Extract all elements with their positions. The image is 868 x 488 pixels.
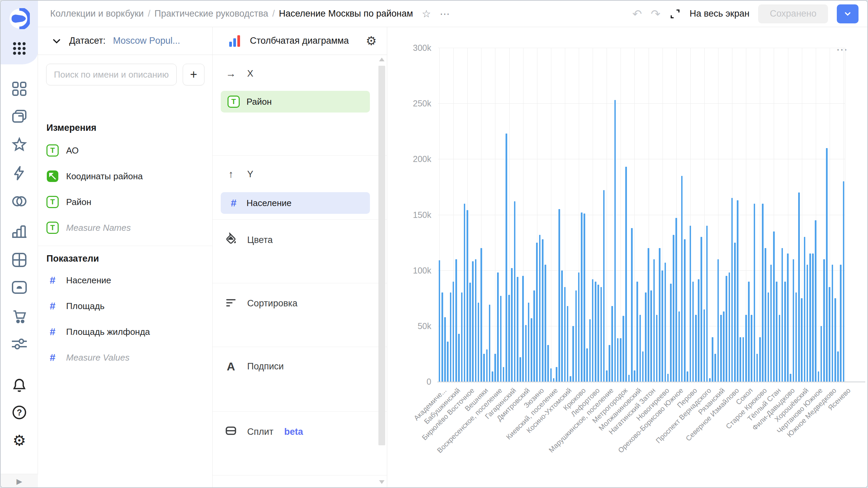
split-section[interactable]: Сплит beta xyxy=(213,412,387,475)
bar[interactable] xyxy=(667,374,669,382)
chart-settings-gear-icon[interactable]: ⚙ xyxy=(366,34,377,48)
fullscreen-icon[interactable] xyxy=(669,8,681,20)
bar[interactable] xyxy=(514,201,516,382)
bar[interactable] xyxy=(620,338,622,382)
bar[interactable] xyxy=(709,378,711,382)
breadcrumb-guides[interactable]: Практические руководства xyxy=(154,8,268,19)
bar[interactable] xyxy=(461,292,463,382)
settings-gear-icon[interactable]: ⚙ xyxy=(1,432,38,449)
bar[interactable] xyxy=(581,212,583,382)
bar[interactable] xyxy=(567,306,569,382)
bar[interactable] xyxy=(826,148,828,382)
bar[interactable] xyxy=(494,354,496,382)
bar[interactable] xyxy=(506,134,507,382)
bar[interactable] xyxy=(469,283,471,382)
nav-dashboards-icon[interactable] xyxy=(1,81,38,96)
bar[interactable] xyxy=(570,376,571,382)
nav-datasets-icon[interactable] xyxy=(1,195,38,208)
dataset-name-link[interactable]: Moscow Popul... xyxy=(113,36,180,46)
bar[interactable] xyxy=(592,279,594,382)
bar[interactable] xyxy=(717,259,719,382)
bar[interactable] xyxy=(458,334,460,382)
measure-item-housing-area[interactable]: # Площадь жилфонда xyxy=(46,326,150,338)
bar[interactable] xyxy=(748,282,750,382)
bar[interactable] xyxy=(517,277,518,382)
bar[interactable] xyxy=(609,345,610,382)
bar[interactable] xyxy=(787,253,789,382)
bar[interactable] xyxy=(467,210,468,382)
add-field-button[interactable]: + xyxy=(183,64,204,85)
undo-icon[interactable]: ↶ xyxy=(632,7,642,21)
bar[interactable] xyxy=(508,295,510,382)
nav-charts-icon[interactable] xyxy=(1,224,38,239)
bar[interactable] xyxy=(712,337,713,382)
bar[interactable] xyxy=(628,375,630,382)
bar[interactable] xyxy=(642,351,644,382)
bar[interactable] xyxy=(821,326,822,382)
bar[interactable] xyxy=(558,209,560,382)
sidebar-collapse-button[interactable]: ▶ xyxy=(1,474,38,488)
bar[interactable] xyxy=(536,243,538,382)
bar[interactable] xyxy=(665,263,666,382)
bar[interactable] xyxy=(539,235,541,382)
bar[interactable] xyxy=(631,228,633,382)
bar[interactable] xyxy=(553,378,555,382)
bar[interactable] xyxy=(731,198,733,382)
bar[interactable] xyxy=(634,370,635,382)
measure-item-area[interactable]: # Площадь xyxy=(46,300,104,312)
bar[interactable] xyxy=(614,100,616,382)
bar[interactable] xyxy=(606,370,608,382)
bar[interactable] xyxy=(675,218,677,382)
bar[interactable] xyxy=(584,214,585,382)
bar[interactable] xyxy=(834,298,836,382)
bar[interactable] xyxy=(595,282,596,382)
bar[interactable] xyxy=(809,253,811,382)
bar[interactable] xyxy=(480,248,482,382)
bar[interactable] xyxy=(545,265,546,382)
bar[interactable] xyxy=(623,316,624,382)
bar[interactable] xyxy=(807,265,808,382)
bar[interactable] xyxy=(489,305,491,382)
bar[interactable] xyxy=(790,374,791,382)
bar[interactable] xyxy=(768,292,769,382)
bar[interactable] xyxy=(511,268,513,382)
bar[interactable] xyxy=(455,259,457,382)
bar[interactable] xyxy=(795,292,797,382)
bar[interactable] xyxy=(815,220,816,382)
filters-section[interactable]: Фильтры xyxy=(213,475,387,488)
bar[interactable] xyxy=(678,311,680,382)
bar[interactable] xyxy=(575,290,577,382)
bar[interactable] xyxy=(522,276,524,382)
bar[interactable] xyxy=(695,315,697,382)
bar[interactable] xyxy=(486,349,488,382)
bar[interactable] xyxy=(645,292,647,382)
bar[interactable] xyxy=(704,309,705,382)
bar[interactable] xyxy=(829,287,830,382)
bar[interactable] xyxy=(550,368,552,382)
notifications-bell-icon[interactable] xyxy=(1,378,38,393)
bar[interactable] xyxy=(556,367,557,382)
bar[interactable] xyxy=(450,292,452,382)
bar[interactable] xyxy=(572,326,574,382)
bar[interactable] xyxy=(525,325,527,382)
bar[interactable] xyxy=(617,338,619,382)
bar[interactable] xyxy=(690,226,691,382)
dimension-item-raion[interactable]: T Район xyxy=(46,196,91,208)
bar[interactable] xyxy=(698,279,699,382)
bar[interactable] xyxy=(804,237,806,382)
bar[interactable] xyxy=(561,270,563,382)
bar[interactable] xyxy=(782,248,783,382)
bar[interactable] xyxy=(840,265,842,382)
bar[interactable] xyxy=(453,282,454,382)
bar[interactable] xyxy=(837,351,839,382)
nav-storage-icon[interactable] xyxy=(1,281,38,294)
bar[interactable] xyxy=(770,265,772,382)
bar[interactable] xyxy=(519,357,521,382)
bar[interactable] xyxy=(714,354,716,382)
fullscreen-label[interactable]: На весь экран xyxy=(690,8,750,19)
bar[interactable] xyxy=(673,235,674,382)
bar[interactable] xyxy=(503,367,505,382)
bar[interactable] xyxy=(812,253,814,382)
bar[interactable] xyxy=(784,282,786,382)
nav-connections-icon[interactable] xyxy=(1,165,38,181)
